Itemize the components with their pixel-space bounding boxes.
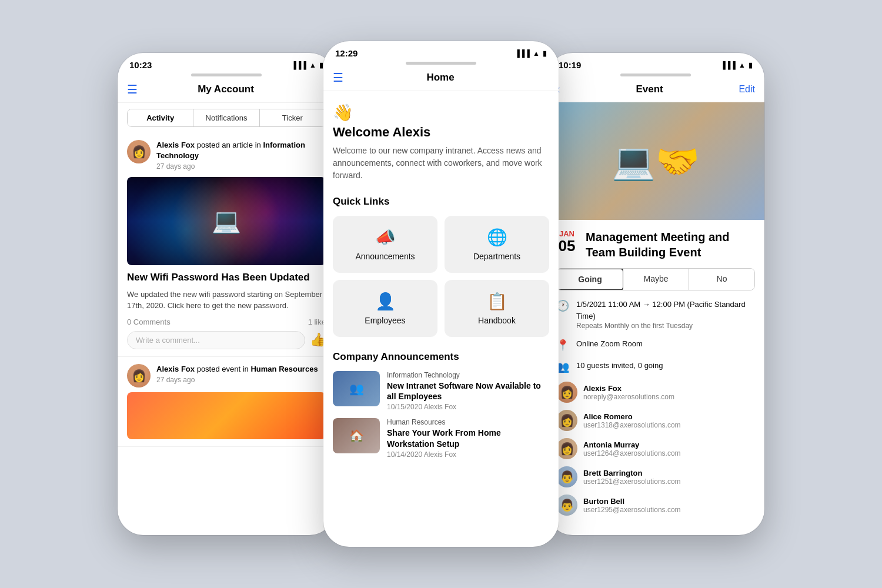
post-footer-1: 0 Comments 1 like — [127, 318, 326, 326]
phone-center: 12:29 ▐▐▐ ▲ ▮ ☰ Home 👋 Welcome Alexis We… — [323, 41, 559, 547]
guest-avatar-alice: 👩 — [556, 410, 577, 431]
announcement-image-1: 👥 — [333, 371, 380, 406]
detail-time: 🕐 1/5/2021 11:00 AM → 12:00 PM (Pacific … — [556, 299, 755, 330]
rsvp-going[interactable]: Going — [556, 268, 624, 290]
tab-ticker[interactable]: Ticker — [260, 109, 325, 126]
departments-label: Departments — [473, 252, 520, 261]
activity-feed: 👩 Alexis Fox posted an article in Inform… — [118, 133, 335, 535]
nav-bar-center: ☰ Home — [323, 67, 559, 91]
time-right: 10:19 — [559, 60, 581, 70]
announcements-icon: 📣 — [375, 228, 396, 247]
ann-title-2: Share Your Work From Home Workstation Se… — [387, 427, 549, 449]
home-indicator-r — [620, 74, 691, 76]
feed-time-1: 27 days ago — [156, 162, 195, 171]
ann-category-2: Human Resources — [387, 418, 549, 426]
guest-name-antonia: Antonia Murray — [583, 440, 681, 449]
status-bar-right: 10:19 ▐▐▐ ▲ ▮ — [547, 53, 764, 74]
post-title-1: New Wifi Password Has Been Updated — [127, 271, 326, 284]
guest-info-brett: Brett Barrington user1251@axerosolutions… — [583, 469, 681, 486]
signal-icon-r: ▐▐▐ — [721, 61, 736, 69]
announcements-label: Announcements — [355, 252, 415, 261]
announcements-list: 👥 Information Technology New Intranet So… — [333, 371, 549, 459]
signal-icon: ▐▐▐ — [292, 61, 307, 69]
time-center: 12:29 — [335, 48, 358, 58]
article-image: 💻 — [127, 177, 326, 265]
rsvp-maybe[interactable]: Maybe — [623, 269, 689, 290]
event-image: 💻🤝 — [547, 102, 764, 220]
feed-user-2: Alexis Fox posted event in Human Resourc… — [156, 365, 318, 373]
guest-brett: 👨 Brett Barrington user1251@axerosolutio… — [556, 466, 755, 487]
guest-email-antonia: user1264@axerosolutions.com — [583, 449, 681, 457]
rsvp-bar: Going Maybe No — [556, 268, 755, 290]
menu-icon-c[interactable]: ☰ — [333, 71, 343, 85]
quick-link-handbook[interactable]: 📋 Handbook — [445, 280, 549, 337]
announcement-item-1[interactable]: 👥 Information Technology New Intranet So… — [333, 371, 549, 411]
quick-link-announcements[interactable]: 📣 Announcements — [333, 216, 437, 273]
wifi-icon: ▲ — [309, 61, 316, 69]
welcome-icon: 👋 — [333, 103, 549, 122]
edit-button[interactable]: Edit — [739, 84, 755, 95]
detail-location: 📍 Online Zoom Room — [556, 338, 755, 352]
guest-name-alexis: Alexis Fox — [583, 384, 674, 393]
feed-meta-2: Alexis Fox posted event in Human Resourc… — [156, 364, 318, 385]
quick-link-departments[interactable]: 🌐 Departments — [445, 216, 549, 273]
page-title-left: My Account — [138, 83, 314, 95]
detail-guests-count: 👥 10 guests invited, 0 going — [556, 360, 755, 373]
feed-user-1: Alexis Fox posted an article in Informat… — [156, 141, 305, 160]
signal-icon-c: ▐▐▐ — [515, 49, 530, 58]
wifi-icon-r: ▲ — [739, 61, 746, 69]
home-indicator-c — [406, 62, 476, 65]
post-body-1: We updated the new wifi password startin… — [127, 289, 326, 312]
phone-right: 10:19 ▐▐▐ ▲ ▮ ‹ Event Edit 💻🤝 JAN 05 Man… — [547, 53, 764, 535]
comments-count: 0 Comments — [127, 318, 171, 326]
quick-links-title: Quick Links — [333, 196, 549, 208]
ann-meta-1: 10/15/2020 Alexis Fox — [387, 403, 549, 411]
quick-links-grid: 📣 Announcements 🌐 Departments 👤 Employee… — [333, 216, 549, 337]
detail-location-text: Online Zoom Room — [576, 338, 643, 350]
guest-avatar-brett: 👨 — [556, 466, 577, 487]
event-preview-image — [127, 392, 326, 439]
event-content: 💻🤝 JAN 05 Management Meeting and Team Bu… — [547, 102, 764, 535]
status-icons-right: ▐▐▐ ▲ ▮ — [721, 61, 753, 69]
guest-info-burton: Burton Bell user1295@axerosolutions.com — [583, 497, 681, 514]
event-details: 🕐 1/5/2021 11:00 AM → 12:00 PM (Pacific … — [547, 299, 764, 373]
announcement-item-2[interactable]: 🏠 Human Resources Share Your Work From H… — [333, 418, 549, 458]
tab-notifications[interactable]: Notifications — [193, 109, 259, 126]
departments-icon: 🌐 — [487, 228, 507, 247]
battery-icon-c: ▮ — [543, 49, 547, 58]
guest-info-alice: Alice Romero user1318@axerosolutions.com — [583, 412, 681, 429]
announcement-content-2: Human Resources Share Your Work From Hom… — [387, 418, 549, 458]
home-content: 👋 Welcome Alexis Welcome to our new comp… — [323, 91, 559, 547]
employees-label: Employees — [365, 316, 405, 325]
feed-item-1: 👩 Alexis Fox posted an article in Inform… — [118, 133, 335, 357]
guest-avatar-burton: 👨 — [556, 495, 577, 516]
page-title-right: Event — [560, 83, 739, 95]
quick-link-employees[interactable]: 👤 Employees — [333, 280, 437, 337]
announcement-image-2: 🏠 — [333, 418, 380, 453]
status-icons-center: ▐▐▐ ▲ ▮ — [515, 49, 547, 58]
guest-name-alice: Alice Romero — [583, 412, 681, 421]
guest-avatar-antonia: 👩 — [556, 438, 577, 459]
comment-box: Write a comment... 👍 — [127, 331, 326, 349]
comment-input[interactable]: Write a comment... — [127, 331, 305, 349]
time-left: 10:23 — [129, 60, 152, 70]
announcements-title: Company Announcements — [333, 351, 549, 363]
guest-email-brett: user1251@axerosolutions.com — [583, 477, 681, 486]
tab-activity[interactable]: Activity — [128, 109, 193, 126]
nav-bar-right: ‹ Event Edit — [547, 79, 764, 102]
guest-info-antonia: Antonia Murray user1264@axerosolutions.c… — [583, 440, 681, 457]
phone-left: 10:23 ▐▐▐ ▲ ▮ ☰ My Account Activity Noti… — [118, 53, 335, 535]
guest-alexis: 👩 Alexis Fox noreply@axerosolutions.com — [556, 382, 755, 403]
guest-burton: 👨 Burton Bell user1295@axerosolutions.co… — [556, 495, 755, 516]
home-indicator — [191, 74, 262, 76]
guest-email-alice: user1318@axerosolutions.com — [583, 421, 681, 429]
menu-icon[interactable]: ☰ — [127, 82, 138, 96]
feed-time-2: 27 days ago — [156, 376, 195, 384]
event-day: 05 — [559, 238, 576, 253]
guest-name-burton: Burton Bell — [583, 497, 681, 506]
employees-icon: 👤 — [375, 292, 396, 311]
rsvp-no[interactable]: No — [689, 269, 754, 290]
status-bar-left: 10:23 ▐▐▐ ▲ ▮ — [118, 53, 335, 74]
page-title-center: Home — [343, 72, 537, 83]
event-title: Management Meeting and Team Building Eve… — [586, 229, 755, 260]
